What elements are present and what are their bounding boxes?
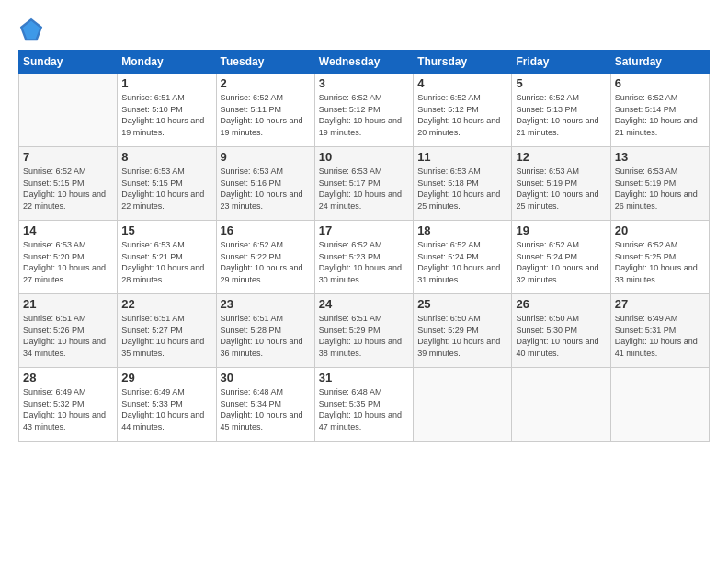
day-info: Sunrise: 6:52 AMSunset: 5:24 PMDaylight:… (417, 240, 500, 284)
day-info: Sunrise: 6:52 AMSunset: 5:25 PMDaylight:… (615, 240, 698, 284)
calendar-day-cell: 3 Sunrise: 6:52 AMSunset: 5:12 PMDayligh… (314, 74, 413, 147)
calendar-day-cell: 21 Sunrise: 6:51 AMSunset: 5:26 PMDaylig… (19, 294, 118, 368)
day-number: 14 (23, 224, 113, 237)
day-info: Sunrise: 6:51 AMSunset: 5:26 PMDaylight:… (23, 314, 106, 358)
calendar-day-cell: 5 Sunrise: 6:52 AMSunset: 5:13 PMDayligh… (512, 74, 610, 147)
day-number: 4 (417, 76, 507, 90)
calendar-day-cell: 15 Sunrise: 6:53 AMSunset: 5:21 PMDaylig… (118, 221, 216, 294)
day-info: Sunrise: 6:51 AMSunset: 5:27 PMDaylight:… (121, 314, 204, 358)
calendar-week-row: 28 Sunrise: 6:49 AMSunset: 5:32 PMDaylig… (19, 368, 710, 442)
day-number: 2 (221, 76, 311, 90)
calendar-day-cell: 1 Sunrise: 6:51 AMSunset: 5:10 PMDayligh… (118, 74, 216, 147)
day-number: 1 (121, 76, 211, 90)
calendar-day-cell: 27 Sunrise: 6:49 AMSunset: 5:31 PMDaylig… (610, 294, 709, 368)
calendar-day-cell: 16 Sunrise: 6:52 AMSunset: 5:22 PMDaylig… (216, 221, 314, 294)
day-number: 12 (516, 150, 606, 164)
calendar-day-cell: 14 Sunrise: 6:53 AMSunset: 5:20 PMDaylig… (19, 221, 118, 294)
day-info: Sunrise: 6:52 AMSunset: 5:22 PMDaylight:… (221, 240, 303, 284)
calendar-day-cell: 11 Sunrise: 6:53 AMSunset: 5:18 PMDaylig… (414, 147, 512, 221)
calendar-day-cell (512, 368, 610, 442)
calendar-day-cell: 30 Sunrise: 6:48 AMSunset: 5:34 PMDaylig… (216, 368, 314, 442)
day-number: 30 (221, 371, 311, 385)
header-tuesday: Tuesday (216, 51, 314, 74)
day-info: Sunrise: 6:51 AMSunset: 5:10 PMDaylight:… (121, 93, 204, 137)
calendar-day-cell: 2 Sunrise: 6:52 AMSunset: 5:11 PMDayligh… (216, 74, 314, 147)
day-number: 6 (615, 76, 705, 90)
day-number: 27 (615, 297, 705, 311)
day-info: Sunrise: 6:48 AMSunset: 5:34 PMDaylight:… (221, 387, 303, 431)
day-info: Sunrise: 6:53 AMSunset: 5:21 PMDaylight:… (121, 240, 204, 284)
calendar-day-cell: 8 Sunrise: 6:53 AMSunset: 5:15 PMDayligh… (118, 147, 216, 221)
calendar-day-cell: 10 Sunrise: 6:53 AMSunset: 5:17 PMDaylig… (314, 147, 413, 221)
calendar-day-cell: 12 Sunrise: 6:53 AMSunset: 5:19 PMDaylig… (512, 147, 610, 221)
calendar-day-cell: 29 Sunrise: 6:49 AMSunset: 5:33 PMDaylig… (118, 368, 216, 442)
day-number: 17 (319, 224, 409, 237)
calendar-day-cell: 4 Sunrise: 6:52 AMSunset: 5:12 PMDayligh… (414, 74, 512, 147)
day-number: 10 (319, 150, 409, 164)
day-info: Sunrise: 6:53 AMSunset: 5:19 PMDaylight:… (615, 167, 698, 211)
calendar-day-cell: 31 Sunrise: 6:48 AMSunset: 5:35 PMDaylig… (314, 368, 413, 442)
calendar-day-cell: 6 Sunrise: 6:52 AMSunset: 5:14 PMDayligh… (610, 74, 709, 147)
day-info: Sunrise: 6:51 AMSunset: 5:28 PMDaylight:… (221, 314, 303, 358)
day-number: 9 (221, 150, 311, 164)
day-number: 25 (417, 297, 507, 311)
calendar-day-cell: 25 Sunrise: 6:50 AMSunset: 5:29 PMDaylig… (414, 294, 512, 368)
calendar-week-row: 1 Sunrise: 6:51 AMSunset: 5:10 PMDayligh… (19, 74, 710, 147)
day-number: 8 (121, 150, 211, 164)
day-number: 13 (615, 150, 705, 164)
day-number: 20 (615, 224, 705, 237)
calendar-table: Sunday Monday Tuesday Wednesday Thursday… (18, 50, 710, 442)
logo (18, 17, 48, 42)
day-number: 15 (121, 224, 211, 237)
day-info: Sunrise: 6:53 AMSunset: 5:15 PMDaylight:… (121, 167, 204, 211)
day-info: Sunrise: 6:49 AMSunset: 5:32 PMDaylight:… (23, 387, 106, 431)
day-number: 5 (516, 76, 606, 90)
day-number: 18 (417, 224, 507, 237)
day-info: Sunrise: 6:48 AMSunset: 5:35 PMDaylight:… (319, 387, 402, 431)
header-sunday: Sunday (19, 51, 118, 74)
day-info: Sunrise: 6:51 AMSunset: 5:29 PMDaylight:… (319, 314, 402, 358)
calendar-week-row: 21 Sunrise: 6:51 AMSunset: 5:26 PMDaylig… (19, 294, 710, 368)
day-info: Sunrise: 6:53 AMSunset: 5:20 PMDaylight:… (23, 240, 106, 284)
day-number: 11 (417, 150, 507, 164)
day-info: Sunrise: 6:52 AMSunset: 5:11 PMDaylight:… (221, 93, 303, 137)
day-info: Sunrise: 6:50 AMSunset: 5:29 PMDaylight:… (417, 314, 500, 358)
calendar-week-row: 14 Sunrise: 6:53 AMSunset: 5:20 PMDaylig… (19, 221, 710, 294)
calendar-day-cell: 19 Sunrise: 6:52 AMSunset: 5:24 PMDaylig… (512, 221, 610, 294)
day-number: 7 (23, 150, 113, 164)
day-info: Sunrise: 6:49 AMSunset: 5:33 PMDaylight:… (121, 387, 204, 431)
calendar-day-cell: 28 Sunrise: 6:49 AMSunset: 5:32 PMDaylig… (19, 368, 118, 442)
day-number: 23 (221, 297, 311, 311)
day-number: 26 (516, 297, 606, 311)
calendar-day-cell: 7 Sunrise: 6:52 AMSunset: 5:15 PMDayligh… (19, 147, 118, 221)
day-info: Sunrise: 6:53 AMSunset: 5:18 PMDaylight:… (417, 167, 500, 211)
calendar-day-cell (19, 74, 118, 147)
day-number: 21 (23, 297, 113, 311)
day-info: Sunrise: 6:53 AMSunset: 5:16 PMDaylight:… (221, 167, 303, 211)
header-monday: Monday (118, 51, 216, 74)
header-area (18, 17, 710, 42)
header-saturday: Saturday (610, 51, 709, 74)
day-number: 28 (23, 371, 113, 385)
header-wednesday: Wednesday (314, 51, 413, 74)
calendar-day-cell: 22 Sunrise: 6:51 AMSunset: 5:27 PMDaylig… (118, 294, 216, 368)
day-number: 31 (319, 371, 409, 385)
header-friday: Friday (512, 51, 610, 74)
day-info: Sunrise: 6:52 AMSunset: 5:23 PMDaylight:… (319, 240, 402, 284)
day-info: Sunrise: 6:49 AMSunset: 5:31 PMDaylight:… (615, 314, 698, 358)
day-number: 24 (319, 297, 409, 311)
calendar-day-cell: 18 Sunrise: 6:52 AMSunset: 5:24 PMDaylig… (414, 221, 512, 294)
day-info: Sunrise: 6:52 AMSunset: 5:12 PMDaylight:… (319, 93, 402, 137)
day-number: 3 (319, 76, 409, 90)
calendar-page: Sunday Monday Tuesday Wednesday Thursday… (0, 0, 728, 563)
calendar-day-cell (610, 368, 709, 442)
day-info: Sunrise: 6:50 AMSunset: 5:30 PMDaylight:… (516, 314, 598, 358)
calendar-day-cell: 17 Sunrise: 6:52 AMSunset: 5:23 PMDaylig… (314, 221, 413, 294)
header-thursday: Thursday (414, 51, 512, 74)
day-info: Sunrise: 6:52 AMSunset: 5:12 PMDaylight:… (417, 93, 500, 137)
day-info: Sunrise: 6:53 AMSunset: 5:17 PMDaylight:… (319, 167, 402, 211)
calendar-day-cell (414, 368, 512, 442)
day-info: Sunrise: 6:53 AMSunset: 5:19 PMDaylight:… (516, 167, 598, 211)
calendar-week-row: 7 Sunrise: 6:52 AMSunset: 5:15 PMDayligh… (19, 147, 710, 221)
calendar-day-cell: 23 Sunrise: 6:51 AMSunset: 5:28 PMDaylig… (216, 294, 314, 368)
